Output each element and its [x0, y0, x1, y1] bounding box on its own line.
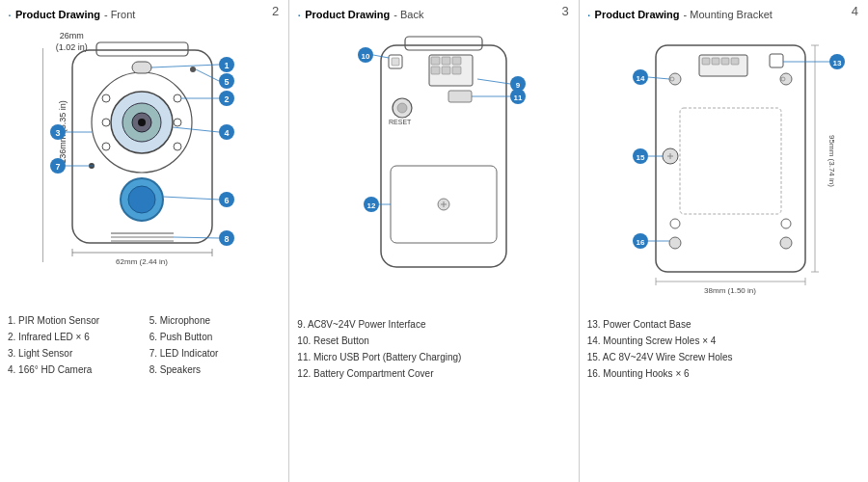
legend-item-16: 16. Mounting Hooks × 6	[587, 365, 860, 382]
svg-rect-59	[448, 91, 472, 102]
panel-title-back: · Product Drawing - Back	[297, 8, 570, 21]
legend-item-2: 2. Infrared LED × 6	[8, 329, 140, 345]
panel-title-rest-back: - Back	[393, 9, 423, 20]
panel-number-2: 3	[561, 4, 568, 18]
svg-point-12	[174, 119, 181, 126]
legend-item-10: 10. Reset Button	[297, 333, 570, 349]
svg-text:11: 11	[514, 94, 523, 102]
legend-item-12: 12. Battery Compartment Cover	[297, 365, 570, 382]
svg-point-97	[670, 219, 680, 228]
svg-point-11	[174, 94, 181, 102]
front-svg: 62mm (2.44 in) 1 2 3 4	[39, 40, 251, 301]
panel-front: 2 · Product Drawing - Front 26mm(1.02 in…	[0, 0, 289, 482]
svg-text:10: 10	[362, 52, 370, 61]
svg-rect-1	[96, 42, 188, 56]
svg-point-14	[190, 67, 196, 72]
svg-rect-54	[442, 57, 450, 65]
svg-text:4: 4	[224, 128, 229, 138]
legend-item-7: 7. LED Indicator	[149, 345, 282, 362]
svg-point-6	[138, 119, 146, 126]
svg-text:14: 14	[637, 74, 645, 83]
svg-point-95	[669, 237, 681, 249]
legend-item-5: 5. Microphone	[149, 312, 282, 329]
svg-line-27	[151, 65, 219, 67]
svg-rect-55	[452, 57, 461, 65]
svg-rect-87	[770, 54, 783, 67]
svg-rect-99	[680, 108, 781, 214]
svg-rect-83	[702, 58, 710, 65]
svg-text:3: 3	[55, 128, 60, 138]
panel-title-bold-front: Product Drawing	[15, 9, 100, 20]
svg-rect-61	[392, 58, 399, 66]
svg-line-49	[196, 69, 219, 81]
legend-bracket: 13. Power Contact Base 14. Mounting Scre…	[587, 316, 860, 382]
legend-item-11: 11. Micro USB Port (Battery Charging)	[297, 349, 570, 365]
svg-text:6: 6	[224, 196, 229, 205]
svg-text:7: 7	[55, 162, 60, 172]
panel-title-front: · Product Drawing - Front	[8, 8, 281, 21]
svg-point-8	[102, 94, 110, 102]
bullet-back: ·	[297, 8, 301, 21]
legend-item-14: 14. Mounting Screw Holes × 4	[587, 333, 860, 349]
svg-rect-57	[442, 67, 450, 74]
panel-number-3: 4	[852, 4, 858, 18]
panel-title-bracket: · Product Drawing - Mounting Bracket	[587, 8, 860, 21]
svg-point-98	[781, 219, 791, 228]
svg-rect-51	[405, 37, 482, 50]
panel-title-bold-back: Product Drawing	[305, 9, 390, 20]
svg-rect-85	[721, 58, 729, 65]
svg-text:62mm (2.44 in): 62mm (2.44 in)	[116, 257, 168, 266]
svg-point-96	[780, 237, 792, 249]
panel-back: 3 · Product Drawing - Back	[289, 0, 579, 482]
panel-number-1: 2	[272, 4, 279, 18]
svg-text:RESET: RESET	[389, 119, 412, 125]
svg-point-16	[128, 186, 155, 213]
svg-rect-53	[431, 57, 440, 65]
legend-front: 1. PIR Motion Sensor 2. Infrared LED × 6…	[8, 312, 281, 378]
bullet-bracket: ·	[587, 8, 591, 21]
svg-point-9	[102, 119, 110, 126]
svg-rect-84	[712, 58, 719, 65]
legend-back: 9. AC8V~24V Power Interface 10. Reset Bu…	[297, 316, 570, 382]
panel-title-bold-bracket: Product Drawing	[595, 9, 680, 20]
svg-line-113	[648, 77, 669, 79]
back-drawing: RESET 10 9 11	[352, 31, 516, 310]
svg-point-13	[174, 143, 181, 150]
svg-text:9: 9	[516, 81, 521, 90]
svg-text:8: 8	[224, 234, 229, 244]
svg-text:2: 2	[224, 94, 229, 104]
svg-rect-86	[731, 58, 739, 65]
svg-point-90	[780, 73, 792, 85]
bracket-drawing: 95mm (3.74 in) 38mm (1.50 in) 13 14 15	[627, 31, 820, 310]
panel-bracket: 4 · Product Drawing - Mounting Bracket	[580, 0, 868, 482]
svg-text:38mm (1.50 in): 38mm (1.50 in)	[704, 286, 756, 295]
panel-title-rest-bracket: - Mounting Bracket	[684, 9, 773, 20]
svg-point-10	[102, 143, 110, 150]
svg-rect-56	[431, 67, 440, 74]
svg-text:95mm (3.74 in): 95mm (3.74 in)	[827, 135, 836, 187]
bracket-svg: 95mm (3.74 in) 38mm (1.50 in) 13 14 15	[627, 31, 858, 320]
svg-point-63	[397, 103, 407, 113]
legend-item-4: 4. 166° HD Camera	[8, 362, 140, 378]
legend-item-15: 15. AC 8V~24V Wire Screw Holes	[587, 349, 860, 365]
svg-point-88	[669, 73, 681, 85]
svg-text:13: 13	[833, 59, 842, 67]
svg-line-46	[174, 237, 219, 238]
svg-text:12: 12	[367, 201, 376, 210]
svg-line-40	[163, 197, 219, 200]
panel-title-rest-front: - Front	[104, 9, 135, 20]
svg-text:15: 15	[637, 153, 645, 162]
back-svg: RESET 10 9 11	[352, 31, 545, 320]
svg-rect-7	[132, 62, 151, 73]
legend-item-6: 6. Push Button	[149, 329, 282, 345]
svg-text:1: 1	[224, 61, 229, 70]
legend-item-1: 1. PIR Motion Sensor	[8, 312, 140, 329]
front-drawing: 26mm(1.02 in) 136mm (5.35 in)	[39, 31, 251, 310]
page-container: 2 · Product Drawing - Front 26mm(1.02 in…	[0, 0, 868, 482]
legend-item-3: 3. Light Sensor	[8, 345, 140, 362]
svg-text:16: 16	[637, 238, 645, 247]
svg-text:5: 5	[224, 77, 229, 87]
svg-rect-58	[452, 67, 461, 74]
svg-line-74	[477, 79, 510, 84]
legend-item-8: 8. Speakers	[149, 362, 282, 378]
